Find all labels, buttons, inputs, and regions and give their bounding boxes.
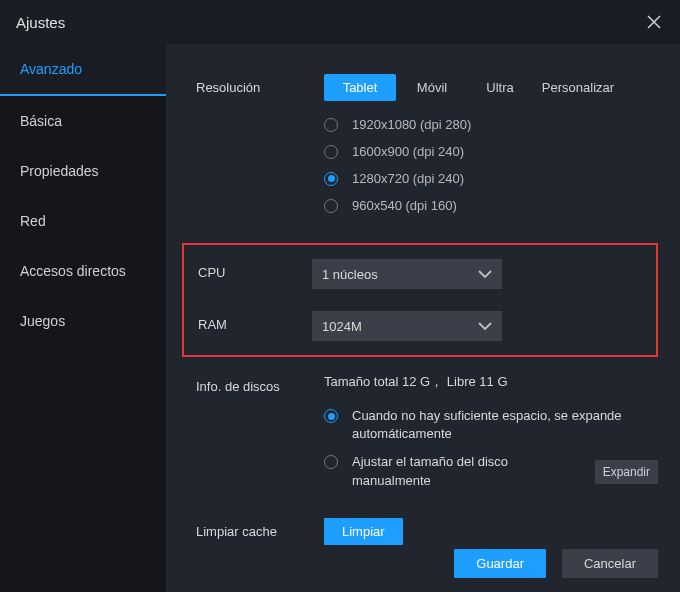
chevron-down-icon [478, 270, 492, 278]
sidebar-item-propiedades[interactable]: Propiedades [0, 146, 166, 196]
radio-icon [324, 199, 338, 213]
radio-icon [324, 172, 338, 186]
resolution-mode-segmented: Tablet Móvil Ultra Personalizar [324, 74, 658, 101]
disk-info-label: Info. de discos [196, 373, 324, 500]
cpu-label: CPU [198, 259, 312, 289]
radio-icon [324, 455, 338, 469]
ram-value: 1024M [322, 319, 362, 334]
save-button[interactable]: Guardar [454, 549, 546, 578]
resolution-label: Resolución [196, 74, 324, 225]
resolution-option-label: 1920x1080 (dpi 280) [352, 117, 471, 132]
radio-icon [324, 118, 338, 132]
sidebar-item-juegos[interactable]: Juegos [0, 296, 166, 346]
cache-label: Limpiar cache [196, 518, 324, 545]
sidebar-item-red[interactable]: Red [0, 196, 166, 246]
disk-option-auto-label: Cuando no hay suficiente espacio, se exp… [352, 407, 658, 443]
radio-icon [324, 409, 338, 423]
disk-option-auto[interactable]: Cuando no hay suficiente espacio, se exp… [324, 407, 658, 443]
resolution-option-960x540[interactable]: 960x540 (dpi 160) [324, 198, 658, 213]
mode-tablet-button[interactable]: Tablet [324, 74, 396, 101]
radio-icon [324, 145, 338, 159]
window-title: Ajustes [16, 14, 65, 31]
cpu-select[interactable]: 1 núcleos [312, 259, 502, 289]
close-icon [647, 15, 661, 29]
resolution-option-1600x900[interactable]: 1600x900 (dpi 240) [324, 144, 658, 159]
resolution-options: 1920x1080 (dpi 280) 1600x900 (dpi 240) 1… [324, 117, 658, 213]
disk-option-manual[interactable]: Ajustar el tamaño del disco manualmente … [324, 453, 658, 489]
close-button[interactable] [644, 12, 664, 32]
expand-button[interactable]: Expandir [595, 460, 658, 484]
footer-actions: Guardar Cancelar [454, 549, 658, 578]
cpu-value: 1 núcleos [322, 267, 378, 282]
chevron-down-icon [478, 322, 492, 330]
ram-label: RAM [198, 311, 312, 341]
resolution-option-label: 1600x900 (dpi 240) [352, 144, 464, 159]
mode-personalizar-button[interactable]: Personalizar [532, 74, 624, 101]
mode-ultra-button[interactable]: Ultra [468, 74, 532, 101]
disk-summary: Tamaño total 12 G， Libre 11 G [324, 373, 658, 391]
sidebar-item-avanzado[interactable]: Avanzado [0, 44, 166, 96]
cancel-button[interactable]: Cancelar [562, 549, 658, 578]
ram-select[interactable]: 1024M [312, 311, 502, 341]
mode-movil-button[interactable]: Móvil [396, 74, 468, 101]
clear-cache-button[interactable]: Limpiar [324, 518, 403, 545]
resolution-option-label: 1280x720 (dpi 240) [352, 171, 464, 186]
titlebar: Ajustes [0, 0, 680, 44]
resolution-option-1920x1080[interactable]: 1920x1080 (dpi 280) [324, 117, 658, 132]
resolution-option-label: 960x540 (dpi 160) [352, 198, 457, 213]
content-panel: Resolución Tablet Móvil Ultra Personaliz… [166, 44, 680, 592]
resolution-option-1280x720[interactable]: 1280x720 (dpi 240) [324, 171, 658, 186]
sidebar-item-basica[interactable]: Básica [0, 96, 166, 146]
disk-option-manual-label: Ajustar el tamaño del disco manualmente [352, 453, 585, 489]
sidebar-item-accesos-directos[interactable]: Accesos directos [0, 246, 166, 296]
sidebar: Avanzado Básica Propiedades Red Accesos … [0, 44, 166, 592]
cpu-ram-highlight: CPU 1 núcleos RAM 1024M [182, 243, 658, 357]
